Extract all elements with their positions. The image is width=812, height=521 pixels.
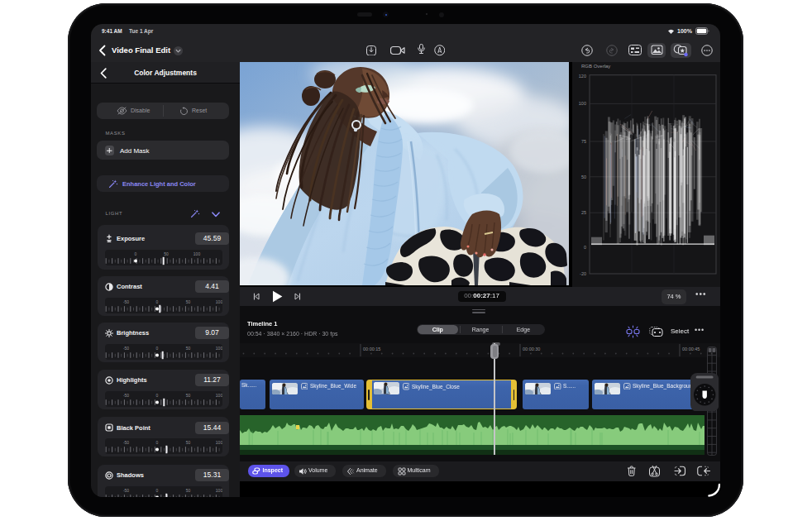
svg-text:50: 50 — [185, 440, 190, 445]
svg-text:50: 50 — [164, 251, 169, 256]
svg-text:50: 50 — [185, 299, 190, 304]
svg-text:100: 100 — [193, 251, 200, 256]
svg-text:0: 0 — [155, 440, 158, 445]
svg-text:-50: -50 — [122, 488, 128, 493]
svg-text:-50: -50 — [122, 346, 128, 351]
svg-text:-50: -50 — [122, 393, 128, 398]
svg-text:50: 50 — [185, 346, 190, 351]
svg-text:-20: -20 — [580, 271, 586, 276]
svg-text:50: 50 — [185, 488, 190, 493]
svg-text:0: 0 — [155, 393, 158, 398]
svg-text:0: 0 — [584, 245, 586, 250]
svg-text:100: 100 — [215, 346, 222, 351]
svg-text:100: 100 — [215, 440, 222, 445]
svg-text:100: 100 — [215, 393, 222, 398]
svg-text:RGB Overlay: RGB Overlay — [581, 64, 610, 69]
svg-text:-50: -50 — [122, 440, 128, 445]
svg-text:100: 100 — [579, 101, 586, 106]
svg-text:0: 0 — [155, 299, 158, 304]
svg-text:50: 50 — [185, 393, 190, 398]
svg-text:100: 100 — [215, 488, 222, 493]
svg-text:-50: -50 — [122, 299, 128, 304]
svg-text:50: 50 — [581, 174, 586, 179]
svg-text:120: 120 — [579, 74, 586, 79]
svg-text:00:00:45: 00:00:45 — [682, 347, 700, 351]
svg-text:75: 75 — [581, 139, 586, 144]
svg-text:0: 0 — [155, 488, 158, 493]
svg-text:0: 0 — [155, 346, 158, 351]
svg-text:0: 0 — [134, 251, 136, 256]
svg-text:25: 25 — [581, 210, 586, 215]
svg-text:00:00:30: 00:00:30 — [523, 347, 540, 351]
svg-text:00:00:15: 00:00:15 — [363, 347, 380, 351]
svg-text:100: 100 — [215, 299, 222, 304]
